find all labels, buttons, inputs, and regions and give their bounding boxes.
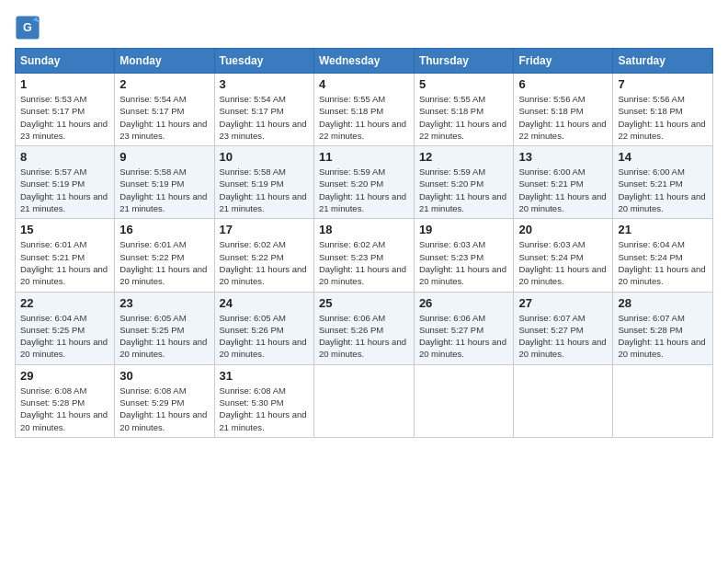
day-detail: Sunrise: 5:53 AMSunset: 5:17 PMDaylight:… [20, 94, 108, 141]
calendar-cell: 5 Sunrise: 5:55 AMSunset: 5:18 PMDayligh… [414, 74, 514, 146]
calendar-cell: 19 Sunrise: 6:03 AMSunset: 5:23 PMDaylig… [414, 219, 514, 292]
calendar-cell: 10 Sunrise: 5:58 AMSunset: 5:19 PMDaylig… [214, 146, 313, 219]
calendar-cell: 17 Sunrise: 6:02 AMSunset: 5:22 PMDaylig… [214, 219, 313, 292]
calendar-cell: 3 Sunrise: 5:54 AMSunset: 5:17 PMDayligh… [214, 74, 313, 146]
day-number: 18 [319, 223, 409, 236]
day-number: 22 [20, 296, 109, 310]
calendar-cell: 7 Sunrise: 5:56 AMSunset: 5:18 PMDayligh… [613, 74, 713, 146]
week-row-5: 29 Sunrise: 6:08 AMSunset: 5:28 PMDaylig… [16, 364, 713, 437]
calendar-cell: 2 Sunrise: 5:54 AMSunset: 5:17 PMDayligh… [115, 74, 214, 146]
calendar-cell: 30 Sunrise: 6:08 AMSunset: 5:29 PMDaylig… [115, 364, 214, 437]
calendar-cell: 12 Sunrise: 5:59 AMSunset: 5:20 PMDaylig… [414, 146, 514, 219]
calendar-cell [313, 364, 414, 437]
calendar-cell [514, 364, 613, 437]
day-detail: Sunrise: 6:05 AMSunset: 5:25 PMDaylight:… [119, 313, 207, 360]
day-detail: Sunrise: 6:01 AMSunset: 5:22 PMDaylight:… [119, 239, 207, 286]
weekday-header-thursday: Thursday [414, 49, 514, 74]
calendar-cell: 20 Sunrise: 6:03 AMSunset: 5:24 PMDaylig… [514, 219, 613, 292]
day-number: 13 [518, 150, 608, 164]
day-number: 15 [20, 223, 109, 236]
day-number: 29 [20, 369, 109, 383]
calendar-cell: 13 Sunrise: 6:00 AMSunset: 5:21 PMDaylig… [514, 146, 613, 219]
day-detail: Sunrise: 6:04 AMSunset: 5:25 PMDaylight:… [20, 313, 108, 360]
calendar-cell [613, 364, 713, 437]
day-detail: Sunrise: 5:59 AMSunset: 5:20 PMDaylight:… [319, 167, 406, 213]
day-detail: Sunrise: 5:58 AMSunset: 5:19 PMDaylight:… [220, 167, 307, 213]
day-number: 3 [220, 77, 309, 91]
calendar-cell [414, 364, 514, 437]
calendar-cell: 22 Sunrise: 6:04 AMSunset: 5:25 PMDaylig… [16, 292, 115, 364]
calendar-cell: 31 Sunrise: 6:08 AMSunset: 5:30 PMDaylig… [214, 364, 313, 437]
day-detail: Sunrise: 5:57 AMSunset: 5:19 PMDaylight:… [20, 167, 108, 213]
calendar-cell: 25 Sunrise: 6:06 AMSunset: 5:26 PMDaylig… [313, 292, 414, 364]
day-number: 25 [319, 296, 409, 310]
week-row-3: 15 Sunrise: 6:01 AMSunset: 5:21 PMDaylig… [16, 219, 713, 292]
day-detail: Sunrise: 6:08 AMSunset: 5:28 PMDaylight:… [20, 385, 108, 432]
day-number: 30 [119, 369, 209, 383]
calendar-cell: 1 Sunrise: 5:53 AMSunset: 5:17 PMDayligh… [16, 74, 115, 146]
week-row-1: 1 Sunrise: 5:53 AMSunset: 5:17 PMDayligh… [16, 74, 713, 146]
day-detail: Sunrise: 6:06 AMSunset: 5:27 PMDaylight:… [419, 313, 506, 360]
calendar-cell: 11 Sunrise: 5:59 AMSunset: 5:20 PMDaylig… [313, 146, 414, 219]
calendar-cell: 8 Sunrise: 5:57 AMSunset: 5:19 PMDayligh… [16, 146, 115, 219]
calendar-cell: 28 Sunrise: 6:07 AMSunset: 5:28 PMDaylig… [613, 292, 713, 364]
day-detail: Sunrise: 5:56 AMSunset: 5:18 PMDaylight:… [618, 94, 705, 141]
week-row-2: 8 Sunrise: 5:57 AMSunset: 5:19 PMDayligh… [16, 146, 713, 219]
day-number: 17 [220, 223, 309, 236]
calendar-cell: 24 Sunrise: 6:05 AMSunset: 5:26 PMDaylig… [214, 292, 313, 364]
weekday-header-tuesday: Tuesday [214, 49, 313, 74]
day-number: 16 [119, 223, 209, 236]
day-detail: Sunrise: 5:55 AMSunset: 5:18 PMDaylight:… [319, 94, 406, 141]
day-detail: Sunrise: 5:58 AMSunset: 5:19 PMDaylight:… [119, 167, 207, 213]
day-number: 2 [119, 77, 209, 91]
day-number: 10 [220, 150, 309, 164]
day-number: 6 [518, 77, 608, 91]
day-detail: Sunrise: 5:56 AMSunset: 5:18 PMDaylight:… [518, 94, 606, 141]
calendar-cell: 14 Sunrise: 6:00 AMSunset: 5:21 PMDaylig… [613, 146, 713, 219]
day-detail: Sunrise: 5:55 AMSunset: 5:18 PMDaylight:… [419, 94, 506, 141]
day-number: 31 [220, 369, 309, 383]
day-detail: Sunrise: 6:01 AMSunset: 5:21 PMDaylight:… [20, 239, 108, 286]
day-detail: Sunrise: 6:02 AMSunset: 5:22 PMDaylight:… [220, 239, 307, 286]
day-number: 21 [618, 223, 708, 236]
calendar-cell: 4 Sunrise: 5:55 AMSunset: 5:18 PMDayligh… [313, 74, 414, 146]
day-number: 11 [319, 150, 409, 164]
week-row-4: 22 Sunrise: 6:04 AMSunset: 5:25 PMDaylig… [16, 292, 713, 364]
day-detail: Sunrise: 6:02 AMSunset: 5:23 PMDaylight:… [319, 239, 406, 286]
calendar-cell: 21 Sunrise: 6:04 AMSunset: 5:24 PMDaylig… [613, 219, 713, 292]
day-detail: Sunrise: 6:03 AMSunset: 5:23 PMDaylight:… [419, 239, 506, 286]
page-header: G [15, 15, 713, 40]
day-detail: Sunrise: 6:06 AMSunset: 5:26 PMDaylight:… [319, 313, 406, 360]
weekday-header-row: SundayMondayTuesdayWednesdayThursdayFrid… [16, 49, 713, 74]
day-detail: Sunrise: 6:00 AMSunset: 5:21 PMDaylight:… [518, 167, 606, 213]
weekday-header-friday: Friday [514, 49, 613, 74]
day-detail: Sunrise: 5:59 AMSunset: 5:20 PMDaylight:… [419, 167, 506, 213]
calendar-cell: 15 Sunrise: 6:01 AMSunset: 5:21 PMDaylig… [16, 219, 115, 292]
day-detail: Sunrise: 6:00 AMSunset: 5:21 PMDaylight:… [618, 167, 705, 213]
svg-text:G: G [23, 21, 32, 34]
day-number: 19 [419, 223, 509, 236]
calendar-cell: 16 Sunrise: 6:01 AMSunset: 5:22 PMDaylig… [115, 219, 214, 292]
day-number: 20 [518, 223, 608, 236]
logo: G [15, 15, 44, 40]
day-detail: Sunrise: 6:05 AMSunset: 5:26 PMDaylight:… [220, 313, 307, 360]
calendar-cell: 26 Sunrise: 6:06 AMSunset: 5:27 PMDaylig… [414, 292, 514, 364]
weekday-header-saturday: Saturday [613, 49, 713, 74]
weekday-header-sunday: Sunday [16, 49, 115, 74]
weekday-header-wednesday: Wednesday [313, 49, 414, 74]
day-detail: Sunrise: 5:54 AMSunset: 5:17 PMDaylight:… [220, 94, 307, 141]
day-detail: Sunrise: 6:07 AMSunset: 5:28 PMDaylight:… [618, 313, 705, 360]
day-detail: Sunrise: 6:08 AMSunset: 5:29 PMDaylight:… [119, 385, 207, 432]
calendar-cell: 29 Sunrise: 6:08 AMSunset: 5:28 PMDaylig… [16, 364, 115, 437]
day-detail: Sunrise: 6:03 AMSunset: 5:24 PMDaylight:… [518, 239, 606, 286]
calendar-cell: 6 Sunrise: 5:56 AMSunset: 5:18 PMDayligh… [514, 74, 613, 146]
day-number: 28 [618, 296, 708, 310]
day-number: 7 [618, 77, 708, 91]
day-number: 27 [518, 296, 608, 310]
day-detail: Sunrise: 6:04 AMSunset: 5:24 PMDaylight:… [618, 239, 705, 286]
calendar-table: SundayMondayTuesdayWednesdayThursdayFrid… [15, 48, 713, 438]
day-detail: Sunrise: 5:54 AMSunset: 5:17 PMDaylight:… [119, 94, 207, 141]
day-number: 1 [20, 77, 109, 91]
day-number: 26 [419, 296, 509, 310]
day-detail: Sunrise: 6:07 AMSunset: 5:27 PMDaylight:… [518, 313, 606, 360]
